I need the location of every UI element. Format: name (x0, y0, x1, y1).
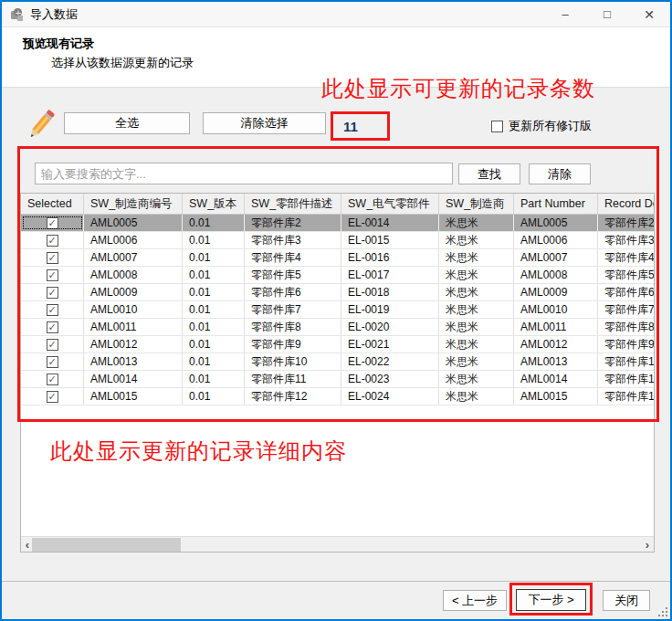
table-cell: AML0013 (514, 353, 598, 370)
table-cell: EL-0023 (341, 371, 439, 387)
table-cell: 零部件库12 (245, 388, 341, 405)
annotation-detail-note: 此处显示更新的记录详细内容 (50, 439, 347, 463)
table-cell: AML0010 (514, 301, 598, 318)
app-icon (9, 7, 24, 22)
column-header[interactable]: Selected (21, 194, 84, 214)
title-bar: 导入数据 – □ ✕ (2, 2, 670, 27)
table-cell: 零部件库6 (598, 284, 655, 300)
table-cell: AML0008 (514, 267, 598, 283)
table-cell: 零部件库8 (245, 319, 341, 335)
footer-separator (2, 581, 670, 582)
row-checkbox[interactable]: ✓ (47, 269, 58, 281)
table-cell: 米思米 (439, 371, 514, 387)
window-title: 导入数据 (30, 6, 78, 23)
table-cell: 零部件库2 (598, 215, 655, 231)
select-all-button[interactable]: 全选 (64, 112, 190, 134)
close-icon[interactable]: ✕ (628, 2, 670, 26)
table-row[interactable]: ✓AML00080.01零部件库5EL-0017米思米AML0008零部件库5 (21, 267, 654, 284)
row-checkbox[interactable]: ✓ (47, 374, 58, 385)
column-header[interactable]: SW_零部件描述 (245, 194, 341, 214)
table-row[interactable]: ✓AML00060.01零部件库3EL-0015米思米AML0006零部件库3 (21, 232, 654, 249)
table-body: ✓AML00050.01零部件库2EL-0014米思米AML0005零部件库2✓… (21, 215, 654, 405)
column-header[interactable]: SW_电气零部件 (341, 194, 439, 214)
table-cell: EL-0022 (341, 353, 439, 370)
table-cell: AML0014 (84, 371, 183, 387)
resize-grip[interactable] (657, 606, 668, 617)
row-checkbox[interactable]: ✓ (47, 217, 58, 229)
maximize-button[interactable]: □ (586, 2, 628, 26)
table-cell: 零部件库4 (598, 249, 655, 266)
find-button[interactable]: 查找 (458, 163, 520, 184)
table-cell: 零部件库8 (598, 319, 655, 335)
table-cell: 0.01 (183, 215, 245, 231)
row-checkbox[interactable]: ✓ (47, 391, 58, 403)
table-cell: 0.01 (183, 388, 245, 405)
table-cell: 零部件库11 (598, 371, 655, 387)
previous-button[interactable]: < 上一步 (443, 590, 507, 611)
clear-button[interactable]: 清除 (529, 163, 591, 184)
next-button[interactable]: 下一步 > (516, 589, 586, 611)
row-checkbox[interactable]: ✓ (47, 252, 58, 264)
table-cell: AML0009 (514, 284, 598, 300)
table-cell: 零部件库10 (598, 353, 655, 370)
page-subtitle: 选择从该数据源更新的记录 (51, 55, 194, 71)
import-data-dialog: 导入数据 – □ ✕ 预览现有记录 选择从该数据源更新的记录 此处显示可更新的记… (0, 0, 672, 621)
table-cell: 零部件库4 (245, 249, 341, 266)
column-header[interactable]: SW_版本 (183, 194, 245, 214)
column-header[interactable]: SW_制造商编号 (84, 194, 183, 214)
row-checkbox[interactable]: ✓ (47, 356, 58, 368)
table-cell: 米思米 (439, 284, 514, 300)
update-all-revisions-option[interactable]: 更新所有修订版 (491, 118, 592, 134)
scroll-right-icon[interactable]: › (641, 537, 654, 553)
table-row[interactable]: ✓AML00100.01零部件库7EL-0019米思米AML0010零部件库7 (21, 301, 654, 319)
update-all-revisions-checkbox[interactable] (491, 121, 503, 132)
table-cell: 0.01 (183, 371, 245, 387)
row-checkbox[interactable]: ✓ (47, 304, 58, 316)
row-checkbox[interactable]: ✓ (47, 235, 58, 247)
table-cell: AML0011 (514, 319, 598, 335)
table-row[interactable]: ✓AML00130.01零部件库10EL-0022米思米AML0013零部件库1… (21, 353, 654, 371)
table-cell: AML0013 (84, 353, 183, 370)
close-button[interactable]: 关闭 (603, 590, 650, 611)
minimize-button[interactable]: – (544, 2, 586, 26)
row-checkbox[interactable]: ✓ (47, 321, 58, 333)
scrollbar-thumb[interactable] (32, 538, 181, 552)
row-checkbox[interactable]: ✓ (47, 339, 58, 351)
row-checkbox-cell: ✓ (21, 371, 84, 387)
column-header[interactable]: Record Des (598, 194, 655, 214)
update-all-revisions-label: 更新所有修订版 (509, 118, 592, 134)
table-cell: EL-0015 (341, 232, 439, 248)
column-header[interactable]: Part Number (514, 194, 598, 214)
table-row[interactable]: ✓AML00070.01零部件库4EL-0016米思米AML0007零部件库4 (21, 249, 654, 267)
annotation-count-note: 此处显示可更新的记录条数 (321, 77, 595, 100)
table-cell: AML0014 (514, 371, 598, 387)
table-row[interactable]: ✓AML00150.01零部件库12EL-0024米思米AML0015零部件库1… (21, 388, 654, 405)
table-row[interactable]: ✓AML00120.01零部件库9EL-0021米思米AML0012零部件库9 (21, 336, 654, 353)
table-cell: 零部件库12 (598, 388, 655, 405)
table-row[interactable]: ✓AML00090.01零部件库6EL-0018米思米AML0009零部件库6 (21, 284, 654, 301)
table-cell: AML0011 (84, 319, 183, 335)
table-cell: 零部件库7 (245, 301, 341, 318)
table-cell: 0.01 (183, 353, 245, 370)
column-header[interactable]: SW_制造商 (439, 194, 514, 214)
row-checkbox[interactable]: ✓ (47, 287, 58, 299)
table-cell: 零部件库6 (245, 284, 341, 300)
table-cell: 零部件库11 (245, 371, 341, 387)
table-row[interactable]: ✓AML00140.01零部件库11EL-0023米思米AML0014零部件库1… (21, 371, 654, 388)
table-cell: 0.01 (183, 336, 245, 353)
table-cell: AML0007 (514, 249, 598, 266)
table-row[interactable]: ✓AML00050.01零部件库2EL-0014米思米AML0005零部件库2 (21, 215, 654, 232)
table-row[interactable]: ✓AML00110.01零部件库8EL-0020米思米AML0011零部件库8 (21, 319, 654, 336)
updatable-count: 11 (343, 119, 358, 134)
table-cell: 零部件库10 (245, 353, 341, 370)
clear-selection-button[interactable]: 清除选择 (203, 112, 326, 134)
table-cell: 米思米 (439, 301, 514, 318)
search-input[interactable] (35, 163, 453, 184)
row-checkbox-cell: ✓ (21, 353, 84, 370)
table-cell: AML0012 (84, 336, 183, 353)
table-cell: 0.01 (183, 301, 245, 318)
updatable-count-box: 11 (331, 111, 390, 141)
page-title: 预览现有记录 (23, 36, 94, 52)
table-cell: 0.01 (183, 232, 245, 248)
horizontal-scrollbar[interactable]: ‹ › (21, 536, 654, 552)
